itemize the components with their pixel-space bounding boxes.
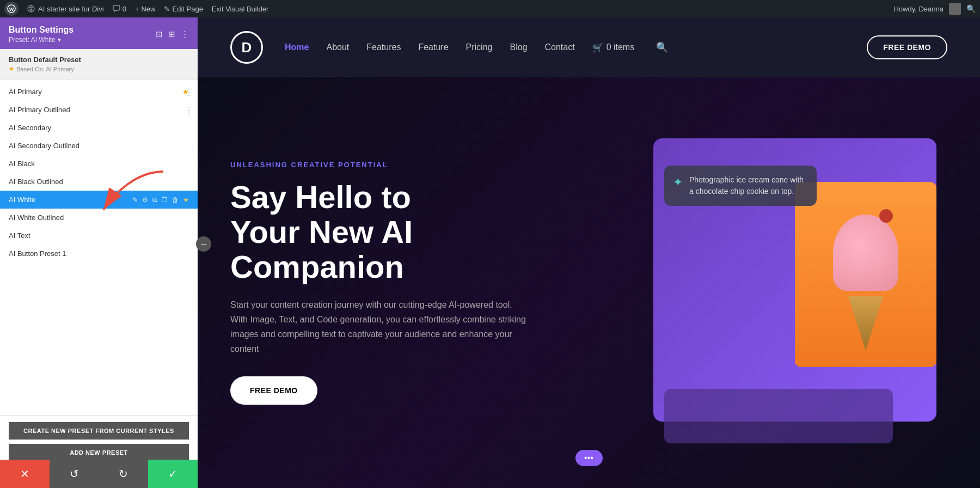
- preset-item-ai-secondary-outlined[interactable]: AI Secondary Outlined: [0, 137, 198, 155]
- preset-star-active-icon[interactable]: ★: [183, 196, 189, 204]
- cancel-button[interactable]: ✕: [0, 460, 50, 488]
- ice-cream-visual: [795, 182, 936, 367]
- site-nav-links: Home About Features Feature Pricing Blog…: [285, 41, 850, 53]
- admin-bar-comment-count: 0: [122, 5, 126, 13]
- panel-more-icon[interactable]: ⋮: [181, 29, 189, 39]
- save-icon: ✓: [168, 467, 177, 480]
- preset-delete-icon[interactable]: 🗑: [172, 196, 179, 204]
- undo-icon: ↺: [70, 467, 79, 480]
- nav-cta-button[interactable]: FREE DEMO: [867, 35, 947, 59]
- nav-link-feature[interactable]: Feature: [418, 42, 448, 52]
- nav-link-about[interactable]: About: [326, 42, 349, 52]
- left-panel: Button Settings Preset: AI White ▾ ⊡ ⊞ ⋮…: [0, 17, 198, 488]
- preset-item-ai-secondary[interactable]: AI Secondary: [0, 119, 198, 137]
- panel-preset-label[interactable]: Preset: AI White ▾: [9, 36, 74, 44]
- nav-search-icon[interactable]: 🔍: [656, 41, 668, 53]
- new-icon: +: [135, 5, 139, 13]
- hero-description: Start your content creation journey with…: [230, 297, 530, 357]
- hero-cta-button[interactable]: FREE DEMO: [230, 376, 317, 405]
- preset-dropdown-icon: ▾: [58, 36, 61, 44]
- save-button[interactable]: ✓: [148, 460, 198, 488]
- preset-item-ai-primary-outlined[interactable]: AI Primary Outlined ⋮: [0, 101, 198, 119]
- admin-bar: W AI starter site for Divi 0 + New ✎ Edi…: [0, 0, 980, 17]
- preset-default-section: Button Default Preset ★ Based On: AI Pri…: [0, 49, 198, 80]
- ice-cream-strawberry: [879, 209, 893, 223]
- nav-link-home[interactable]: Home: [285, 42, 309, 52]
- admin-bar-new[interactable]: + New: [135, 5, 156, 13]
- hero-card-container: ✦ Photographic ice cream cone with a cho…: [653, 138, 936, 443]
- panel-title: Button Settings: [9, 25, 74, 35]
- preset-default-title: Button Default Preset: [9, 56, 189, 64]
- admin-search-icon[interactable]: 🔍: [966, 4, 976, 13]
- preset-item-ai-white-outlined[interactable]: AI White Outlined: [0, 209, 198, 227]
- preset-name: AI Secondary: [9, 124, 189, 132]
- nav-link-blog[interactable]: Blog: [510, 42, 527, 52]
- preset-settings-icon[interactable]: ⚙: [142, 196, 148, 204]
- nav-link-features[interactable]: Features: [366, 42, 401, 52]
- panel-drag-handle[interactable]: ↔: [196, 236, 211, 252]
- preset-dots-icon[interactable]: ⋮: [185, 87, 193, 97]
- preset-item-ai-black[interactable]: AI Black: [0, 155, 198, 173]
- preset-item-ai-white[interactable]: AI White ✎ ⚙ ⧉ ❐ 🗑 ★: [0, 191, 198, 209]
- nav-cart[interactable]: 🛒 0 items: [592, 42, 635, 53]
- preset-duplicate-icon[interactable]: ❐: [162, 196, 168, 204]
- preset-item-ai-text[interactable]: AI Text: [0, 227, 198, 245]
- preset-name: AI Text: [9, 231, 189, 240]
- admin-bar-site-name: AI starter site for Divi: [38, 5, 104, 13]
- admin-bar-site[interactable]: AI starter site for Divi: [27, 5, 104, 13]
- preset-item-ai-primary[interactable]: AI Primary ★ ⋮: [0, 83, 198, 101]
- hero-section: UNLEASHING CREATIVE POTENTIAL Say Hello …: [198, 77, 980, 488]
- preset-name: AI Secondary Outlined: [9, 142, 189, 150]
- nav-link-pricing[interactable]: Pricing: [466, 42, 493, 52]
- ice-cream-cone: [844, 296, 887, 351]
- admin-bar-exit[interactable]: Exit Visual Builder: [212, 5, 269, 13]
- preset-name: AI White Outlined: [9, 213, 189, 222]
- panel-header-icons: ⊡ ⊞ ⋮: [156, 29, 189, 39]
- hero-purple-card-bottom: [664, 389, 893, 443]
- panel-header-text: Button Settings Preset: AI White ▾: [9, 25, 74, 44]
- based-on-star-icon: ★: [9, 65, 14, 72]
- cart-icon: 🛒: [592, 42, 603, 53]
- wp-icon[interactable]: W: [4, 2, 19, 16]
- preset-default-based: ★ Based On: AI Primary: [9, 65, 189, 72]
- site-nav: D Home About Features Feature Pricing Bl…: [198, 17, 980, 77]
- new-label: New: [141, 5, 155, 13]
- preset-dots-icon[interactable]: ⋮: [185, 105, 193, 115]
- panel-viewport-icon[interactable]: ⊡: [156, 29, 163, 39]
- admin-bar-comments[interactable]: 0: [113, 5, 126, 13]
- preset-name: AI Black Outlined: [9, 178, 189, 186]
- dots-more-button[interactable]: •••: [575, 450, 603, 466]
- panel-header: Button Settings Preset: AI White ▾ ⊡ ⊞ ⋮: [0, 17, 198, 49]
- svg-text:W: W: [9, 7, 14, 12]
- presets-list: AI Primary ★ ⋮ AI Primary Outlined ⋮ AI …: [0, 80, 198, 415]
- panel-columns-icon[interactable]: ⊞: [168, 29, 175, 39]
- redo-button[interactable]: ↻: [99, 460, 149, 488]
- create-preset-button[interactable]: CREATE NEW PRESET FROM CURRENT STYLES: [9, 422, 189, 440]
- admin-bar-right: Howdy, Deanna 🔍: [893, 3, 976, 15]
- admin-howdy-label: Howdy, Deanna: [893, 5, 944, 13]
- preset-name: AI Primary: [9, 88, 182, 96]
- admin-bar-edit[interactable]: ✎ Edit Page: [164, 5, 203, 13]
- hero-ice-cream-image: [795, 182, 936, 367]
- preset-copy-icon[interactable]: ⧉: [152, 196, 157, 204]
- preset-edit-icon[interactable]: ✎: [132, 196, 138, 204]
- hero-visual: ✦ Photographic ice cream cone with a cho…: [530, 77, 947, 488]
- add-preset-button[interactable]: ADD NEW PRESET: [9, 444, 189, 461]
- admin-avatar: [949, 3, 961, 15]
- hero-title: Say Hello to Your New AI Companion: [230, 180, 530, 284]
- preset-name: AI Black: [9, 160, 189, 168]
- chat-sparkle-icon: ✦: [673, 175, 683, 190]
- hero-chat-bubble: ✦ Photographic ice cream cone with a cho…: [664, 166, 817, 206]
- preset-item-ai-button-preset-1[interactable]: AI Button Preset 1: [0, 245, 198, 263]
- redo-icon: ↻: [119, 467, 128, 480]
- preset-name: AI Primary Outlined: [9, 106, 189, 114]
- edit-pencil-icon: ✎: [164, 5, 170, 13]
- hero-tag: UNLEASHING CREATIVE POTENTIAL: [230, 161, 530, 169]
- hero-content: UNLEASHING CREATIVE POTENTIAL Say Hello …: [230, 161, 530, 404]
- preset-item-ai-black-outlined[interactable]: AI Black Outlined: [0, 173, 198, 191]
- cart-count: 0 items: [607, 42, 635, 52]
- nav-link-contact[interactable]: Contact: [544, 42, 574, 52]
- ice-cream-scoop: [833, 215, 898, 291]
- preset-action-icons: ✎ ⚙ ⧉ ❐ 🗑 ★: [132, 196, 189, 204]
- undo-button[interactable]: ↺: [50, 460, 99, 488]
